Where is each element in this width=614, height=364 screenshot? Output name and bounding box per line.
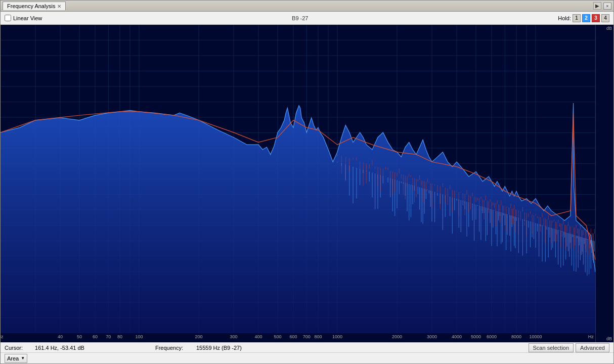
cursor-label: Cursor: (5, 345, 23, 351)
dropdown-arrow-icon: ▼ (21, 356, 25, 360)
freq-axis-label: 80 (117, 334, 122, 339)
area-label: Area (7, 355, 19, 361)
hold-controls: Hold: 1 2 3 4 (558, 14, 609, 22)
freq-axis-label: 60 (93, 334, 98, 339)
freq-axis-label: 600 (290, 334, 297, 339)
freq-axis-label: 50 (77, 334, 82, 339)
frequency-value: 15559 Hz (B9 -27) (196, 345, 242, 351)
freq-axis-label: 200 (195, 334, 202, 339)
linear-view-input[interactable] (5, 15, 11, 21)
freq-axis-label: Hz (588, 334, 594, 339)
status-bar: Cursor: 161.4 Hz, -53.41 dB Frequency: 1… (1, 342, 613, 352)
main-window: Frequency Analysis ✕ ▶ × Linear View B9 … (0, 0, 614, 364)
db-scale: dB dB (595, 25, 613, 342)
freq-axis-label: 100 (135, 334, 143, 339)
freq-axis-label: 800 (314, 334, 322, 339)
title-bar-left: Frequency Analysis ✕ (3, 2, 66, 10)
hold-label: Hold: (558, 15, 571, 21)
linear-view-label: Linear View (13, 15, 42, 21)
tab-label: Frequency Analysis (7, 3, 55, 9)
hold-button-1[interactable]: 1 (573, 14, 581, 22)
advanced-button[interactable]: Advanced (576, 343, 609, 352)
frequency-display: B9 -27 (292, 15, 308, 21)
freq-axis-label: 4000 (452, 334, 462, 339)
frequency-chart-canvas[interactable] (1, 25, 595, 333)
freq-axis-label: 700 (303, 334, 311, 339)
freq-axis-label: 400 (254, 334, 262, 339)
frequency-label: Frequency: (155, 345, 183, 351)
frequency-axis: Hz40506070801002003004005006007008001000… (1, 333, 595, 342)
chart-type-bar: Area ▼ (1, 352, 613, 363)
bottom-buttons: Scan selection Advanced (529, 343, 609, 352)
freq-axis-label: 10000 (529, 334, 542, 339)
area-dropdown[interactable]: Area ▼ (5, 354, 27, 363)
freq-axis-label: Hz (1, 334, 4, 339)
title-bar: Frequency Analysis ✕ ▶ × (1, 1, 613, 12)
tab-close-icon[interactable]: ✕ (57, 4, 61, 9)
main-chart (1, 25, 595, 333)
freq-axis-label: 300 (230, 334, 238, 339)
toolbar: Linear View B9 -27 Hold: 1 2 3 4 (1, 12, 613, 25)
chart-container: Hz40506070801002003004005006007008001000… (1, 25, 595, 342)
frequency-analysis-tab[interactable]: Frequency Analysis ✕ (3, 2, 66, 10)
hold-button-3[interactable]: 3 (592, 14, 600, 22)
hold-button-2[interactable]: 2 (582, 14, 590, 22)
freq-axis-label: 500 (274, 334, 281, 339)
db-unit-top: dB (606, 26, 612, 31)
freq-axis-label: 70 (106, 334, 111, 339)
window-close-button[interactable]: × (603, 3, 611, 10)
chart-area: Hz40506070801002003004005006007008001000… (1, 25, 613, 342)
freq-axis-label: 3000 (427, 334, 437, 339)
freq-axis-label: 40 (58, 334, 63, 339)
nav-arrow-icon[interactable]: ▶ (593, 2, 601, 10)
scan-selection-button[interactable]: Scan selection (529, 343, 574, 352)
freq-axis-label: 5000 (471, 334, 481, 339)
toolbar-left: Linear View (5, 15, 42, 21)
freq-axis-label: 1000 (332, 334, 342, 339)
cursor-value: 161.4 Hz, -53.41 dB (35, 345, 84, 351)
freq-axis-label: 2000 (392, 334, 402, 339)
hold-button-4[interactable]: 4 (601, 14, 609, 22)
db-unit-bottom: dB (606, 336, 612, 341)
linear-view-checkbox[interactable]: Linear View (5, 15, 42, 21)
title-bar-right: ▶ × (593, 2, 611, 10)
freq-axis-label: 8000 (511, 334, 521, 339)
freq-axis-label: 6000 (487, 334, 497, 339)
